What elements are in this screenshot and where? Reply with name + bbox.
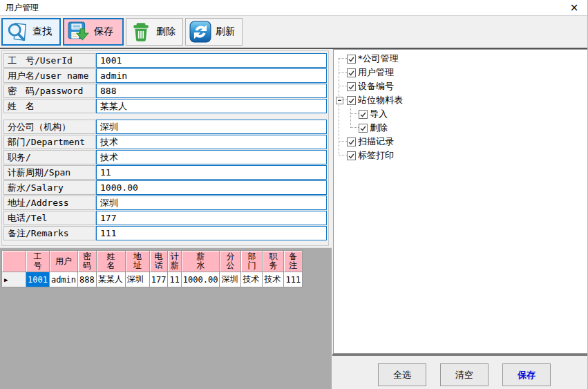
tree-item[interactable]: 扫描记录: [339, 135, 394, 149]
form-row: 密 码/password888: [3, 84, 327, 98]
tree-item-label[interactable]: 标签打印: [358, 149, 394, 162]
save-icon: [67, 20, 91, 44]
find-button[interactable]: 查找: [1, 18, 61, 46]
grid-column-header[interactable]: 职 务: [263, 251, 284, 272]
grid-cell[interactable]: 1000.00: [181, 272, 220, 287]
form-field-label: 职务/: [3, 150, 96, 164]
tree-item-label[interactable]: 删除: [370, 122, 388, 134]
tree-item-label[interactable]: *公司管理: [358, 53, 399, 65]
grid-cell[interactable]: 某某人: [96, 272, 125, 287]
form-field-label: 计薪周期/Span: [3, 165, 96, 180]
tree-item-label[interactable]: 站位物料表: [358, 94, 403, 106]
grid-column-header[interactable]: 地 址: [125, 251, 149, 272]
grid-column-header[interactable]: 工 号: [26, 251, 50, 272]
form-field-input[interactable]: 11: [96, 165, 327, 180]
grid-cell[interactable]: 技术: [241, 272, 263, 287]
form-row: 部门/Department技术: [3, 135, 327, 149]
tree-item[interactable]: 标签打印: [339, 149, 394, 162]
form-row: 职务/技术: [3, 150, 327, 164]
checkbox-checked[interactable]: [347, 151, 356, 160]
grid-column-header[interactable]: 分 公: [220, 251, 241, 272]
form-field-label: 用户名/user name: [3, 68, 96, 83]
grid-column-header[interactable]: 备 注: [284, 251, 303, 272]
form-field-input[interactable]: admin: [96, 68, 327, 83]
select-all-button[interactable]: 全选: [378, 363, 426, 386]
form-field-label: 备注/Remarks: [3, 226, 96, 240]
checkbox-checked[interactable]: [347, 82, 356, 91]
tree-item[interactable]: 删除: [350, 121, 388, 135]
grid-cell[interactable]: 1001: [26, 272, 50, 287]
grid-cell[interactable]: 深圳: [220, 272, 241, 287]
grid-column-header[interactable]: 用户: [49, 251, 77, 272]
grid-column-header[interactable]: 密 码: [78, 251, 97, 272]
tree-item[interactable]: 用户管理: [339, 66, 394, 79]
form-field-input[interactable]: 177: [96, 211, 327, 225]
form-field-input[interactable]: 技术: [96, 135, 327, 149]
tree-item[interactable]: 设备编号: [339, 79, 394, 93]
tree-item-label[interactable]: 设备编号: [358, 80, 394, 93]
checkbox-checked[interactable]: [347, 55, 356, 64]
form-field-input[interactable]: 深圳: [96, 120, 327, 134]
grid-column-header[interactable]: 计 薪: [168, 251, 181, 272]
grid-cell[interactable]: 11: [168, 272, 181, 287]
row-selector-cell[interactable]: ▶: [2, 272, 26, 287]
tree-connector-line: [339, 72, 347, 73]
toolbar-button-label: 保存: [94, 26, 113, 38]
users-grid-area: 工 号用户密 码姓 名地 址电 话计 薪薪 水分 公部 门职 务备 注 ▶100…: [0, 247, 332, 389]
grid-cell[interactable]: 888: [78, 272, 97, 287]
user-management-window: 用户管理 × 查找保存删除刷新 工 号/UserId1001用户名/user n…: [0, 0, 588, 389]
toolbar-button-label: 刷新: [216, 26, 235, 38]
delete-button[interactable]: 删除: [126, 18, 183, 46]
left-panel: 工 号/UserId1001用户名/user nameadmin密 码/pass…: [0, 49, 332, 389]
grid-column-header[interactable]: 电 话: [149, 251, 168, 272]
save-button[interactable]: 保存: [63, 18, 124, 46]
checkbox-checked[interactable]: [359, 110, 368, 119]
grid-cell[interactable]: 111: [284, 272, 303, 287]
grid-column-header[interactable]: [2, 251, 26, 272]
refresh-button[interactable]: 刷新: [185, 18, 243, 46]
form-row: 工 号/UserId1001: [3, 53, 327, 68]
form-field-input[interactable]: 深圳: [96, 196, 327, 210]
checkbox-checked[interactable]: [347, 68, 356, 77]
checkbox-checked[interactable]: [347, 137, 356, 146]
form-row: 计薪周期/Span11: [3, 165, 327, 180]
form-field-input[interactable]: 1001: [96, 53, 327, 68]
grid-cell[interactable]: 深圳: [125, 272, 149, 287]
tree-connector-line: [339, 141, 347, 142]
tree-connector-line: [339, 58, 347, 59]
clear-button[interactable]: 清空: [440, 363, 489, 386]
form-field-label: 电话/Tel: [3, 211, 96, 225]
form-row: 备注/Remarks111: [3, 226, 327, 240]
tree-item[interactable]: 站位物料表: [339, 93, 403, 107]
tree-item[interactable]: 导入: [350, 107, 388, 121]
form-field-input[interactable]: 111: [96, 226, 327, 240]
form-field-label: 地址/Address: [3, 196, 96, 210]
grid-cell[interactable]: 177: [149, 272, 168, 287]
grid-column-header[interactable]: 薪 水: [181, 251, 220, 272]
tree-item-label[interactable]: 扫描记录: [358, 135, 394, 148]
grid-cell[interactable]: admin: [49, 272, 77, 287]
tree-item-label[interactable]: 用户管理: [358, 66, 394, 79]
form-field-input[interactable]: 888: [96, 84, 327, 98]
close-button[interactable]: ×: [567, 1, 582, 15]
checkbox-checked[interactable]: [347, 96, 356, 105]
save-perms-button[interactable]: 保存: [502, 363, 551, 386]
tree-item-label[interactable]: 导入: [370, 108, 388, 120]
form-field-label: 分公司（机构）: [3, 120, 96, 134]
tree-connector-line: [350, 113, 359, 115]
toolbar-button-label: 删除: [156, 26, 176, 38]
titlebar: 用户管理 ×: [0, 0, 587, 15]
grid-cell[interactable]: 技术: [263, 272, 284, 287]
grid-column-header[interactable]: 部 门: [241, 251, 263, 272]
form-field-input[interactable]: 某某人: [96, 99, 327, 113]
users-grid-header: 工 号用户密 码姓 名地 址电 话计 薪薪 水分 公部 门职 务备 注: [2, 251, 303, 272]
checkbox-checked[interactable]: [359, 124, 368, 133]
form-row: 地址/Address深圳: [3, 196, 327, 210]
tree-item[interactable]: *公司管理: [339, 52, 399, 66]
form-field-input[interactable]: 技术: [96, 150, 327, 164]
tree-connector-line: [350, 127, 359, 129]
form-row: 姓 名某某人: [3, 99, 327, 113]
form-field-input[interactable]: 1000.00: [96, 180, 327, 195]
grid-column-header[interactable]: 姓 名: [96, 251, 125, 272]
tree-connector-line: [339, 86, 347, 87]
